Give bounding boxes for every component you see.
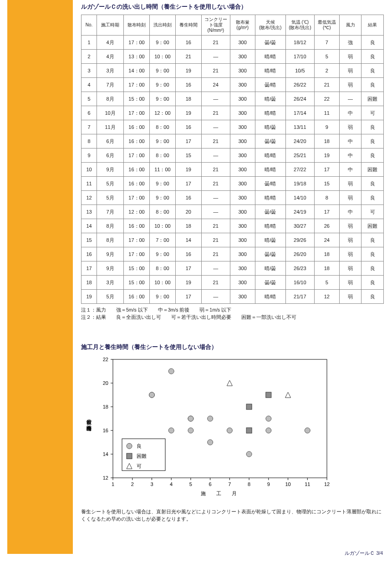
cell-wind: 中: [339, 148, 361, 163]
cell-no: 16: [81, 247, 97, 261]
cell-no: 11: [81, 177, 97, 191]
cell-amt: 300: [230, 120, 255, 134]
cell-no: 4: [81, 78, 97, 92]
cell-spray: 17：00: [124, 78, 150, 92]
cell-wash: 10：00: [149, 50, 175, 64]
cell-no: 19: [81, 290, 97, 304]
cell-wind: —: [339, 92, 361, 106]
cell-wash: 8：00: [149, 120, 175, 134]
cell-cure: 16: [175, 191, 201, 205]
cell-no: 15: [81, 233, 97, 247]
cell-amt: 300: [230, 134, 255, 148]
cell-month: 8月: [97, 92, 124, 106]
cell-result: 良: [361, 290, 384, 304]
cell-spray: 16：00: [124, 177, 150, 191]
cell-temp: 26/22: [285, 78, 314, 92]
cell-wind: 弱: [339, 64, 361, 78]
cell-cure: 17: [175, 177, 201, 191]
cell-spray: 17：00: [124, 191, 150, 205]
cell-spray: 17：00: [124, 233, 150, 247]
cell-mintemp: 18: [314, 134, 339, 148]
cell-spray: 16：00: [124, 219, 150, 233]
cell-cure: 16: [175, 78, 201, 92]
cell-wash: 8：00: [149, 148, 175, 163]
svg-text:16: 16: [103, 428, 108, 433]
cell-weather: 曇/曇: [255, 134, 285, 148]
cell-no: 10: [81, 163, 97, 177]
table-row: 33月14：009：001921300晴/晴10/52弱良: [81, 64, 384, 78]
cell-amt: 300: [230, 148, 255, 163]
cell-weather: 曇/曇: [255, 205, 285, 219]
col-header-weather: 天候(散布/洗出): [255, 15, 285, 36]
table-row: 125月17：009：0016—300晴/晴14/108弱良: [81, 191, 384, 205]
cell-spray: 15：00: [124, 276, 150, 290]
col-header-amt: 散布量(g/m²): [230, 15, 255, 36]
cell-weather: 晴/晴: [255, 50, 285, 64]
cell-wash: 10：00: [149, 276, 175, 290]
cell-weather: 晴/晴: [255, 148, 285, 163]
data-table: No.施工時期散布時刻洗出時刻養生時間コンクリート強度(N/mm²)散布量(g/…: [81, 15, 384, 304]
cell-temp: 17/14: [285, 106, 314, 120]
cell-conc: 21: [201, 36, 230, 50]
table-title: ルガゾールＣの洗い出し時間（養生シートを使用しない場合）: [81, 3, 384, 11]
cell-wash: 9：00: [149, 177, 175, 191]
cell-amt: 300: [230, 50, 255, 64]
cell-temp: 30/27: [285, 219, 314, 233]
table-row: 148月16：0010：001821300晴/晴30/2726弱困難: [81, 219, 384, 233]
col-header-mintemp: 最低気温(℃): [314, 15, 339, 36]
svg-text:3: 3: [150, 481, 153, 487]
cell-weather: 晴/晴: [255, 106, 285, 120]
cell-wind: 強: [339, 36, 361, 50]
cell-mintemp: 18: [314, 261, 339, 276]
col-header-wind: 風力: [339, 15, 361, 36]
table-row: 179月15：008：0017—300晴/曇26/2318弱良: [81, 261, 384, 276]
table-row: 86月16：009：001721300曇/曇24/2018中良: [81, 134, 384, 148]
cell-spray: 15：00: [124, 261, 150, 276]
cell-wash: 12：00: [149, 106, 175, 120]
cell-mintemp: 11: [314, 106, 339, 120]
cell-conc: 21: [201, 163, 230, 177]
cell-conc: 21: [201, 276, 230, 290]
cell-cure: 16: [175, 36, 201, 50]
svg-text:施　工　月: 施 工 月: [201, 491, 239, 496]
cell-temp: 21/17: [285, 290, 314, 304]
col-header-result: 結果: [361, 15, 384, 36]
cell-mintemp: 18: [314, 247, 339, 261]
svg-text:18: 18: [103, 404, 108, 409]
cell-spray: 16：00: [124, 134, 150, 148]
svg-point-52: [305, 428, 310, 433]
cell-amt: 300: [230, 205, 255, 219]
cell-no: 1: [81, 36, 97, 50]
cell-amt: 300: [230, 64, 255, 78]
cell-mintemp: 21: [314, 78, 339, 92]
svg-text:困難: 困難: [137, 453, 147, 459]
cell-temp: 26/20: [285, 247, 314, 261]
cell-amt: 300: [230, 233, 255, 247]
table-row: 183月15：0010：001921300曇/曇16/105弱良: [81, 276, 384, 290]
table-row: 195月16：009：0017—300晴/晴21/1712弱良: [81, 290, 384, 304]
cell-mintemp: 5: [314, 276, 339, 290]
cell-weather: 曇/曇: [255, 36, 285, 50]
cell-temp: 24/20: [285, 134, 314, 148]
cell-wash: 9：00: [149, 191, 175, 205]
cell-result: 良: [361, 261, 384, 276]
cell-wind: 弱: [339, 219, 361, 233]
col-header-cure: 養生時間: [175, 15, 201, 36]
cell-weather: 晴/晴: [255, 290, 285, 304]
cell-no: 13: [81, 205, 97, 219]
cell-result: 良: [361, 276, 384, 290]
cell-result: 可: [361, 205, 384, 219]
cell-no: 12: [81, 191, 97, 205]
cell-amt: 300: [230, 163, 255, 177]
cell-amt: 300: [230, 92, 255, 106]
cell-result: 良: [361, 233, 384, 247]
cell-month: 5月: [97, 290, 124, 304]
svg-rect-54: [246, 428, 252, 433]
cell-spray: 17：00: [124, 36, 150, 50]
cell-wind: 中: [339, 205, 361, 219]
col-header-no: No.: [81, 15, 97, 36]
svg-point-45: [188, 416, 193, 421]
cell-cure: 17: [175, 261, 201, 276]
svg-text:20: 20: [103, 380, 108, 386]
cell-month: 6月: [97, 148, 124, 163]
